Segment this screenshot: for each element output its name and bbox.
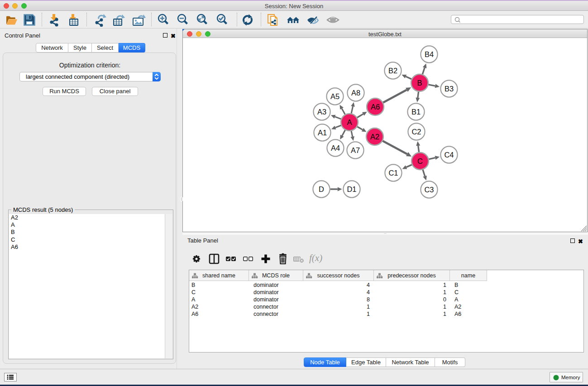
svg-text:D1: D1 — [347, 185, 356, 193]
svg-text:C1: C1 — [388, 169, 398, 177]
svg-text:A: A — [347, 118, 352, 126]
svg-text:A1: A1 — [318, 129, 327, 137]
svg-text:C2: C2 — [411, 128, 421, 136]
svg-text:D: D — [319, 185, 324, 193]
svg-text:A8: A8 — [351, 89, 360, 97]
svg-text:A3: A3 — [317, 108, 326, 116]
svg-text:A2: A2 — [370, 133, 379, 141]
svg-text:A4: A4 — [331, 144, 340, 152]
svg-text:A5: A5 — [330, 92, 339, 100]
svg-text:B3: B3 — [445, 85, 454, 93]
svg-text:A6: A6 — [371, 103, 380, 111]
svg-text:C: C — [417, 157, 423, 165]
svg-text:B2: B2 — [388, 67, 397, 75]
svg-text:C3: C3 — [424, 186, 434, 194]
svg-text:B1: B1 — [411, 108, 421, 116]
svg-text:A7: A7 — [351, 146, 360, 154]
svg-text:B4: B4 — [425, 50, 434, 58]
svg-text:B: B — [417, 79, 422, 87]
svg-text:C4: C4 — [444, 151, 454, 159]
